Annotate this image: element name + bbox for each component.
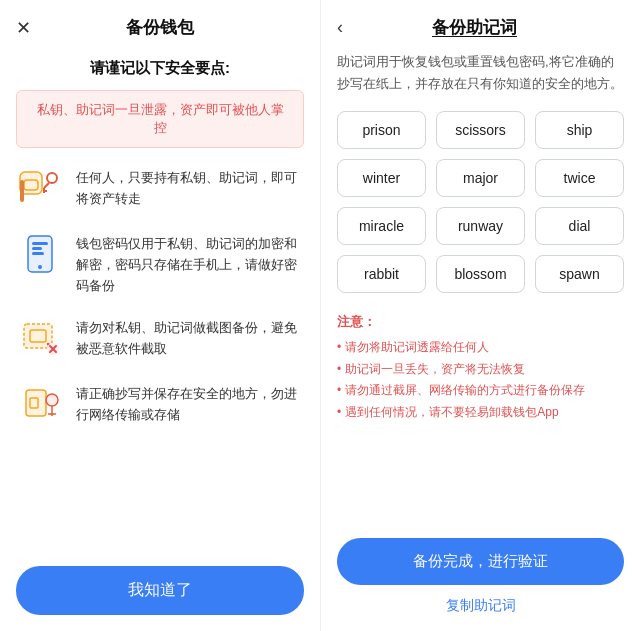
left-title: 备份钱包 — [126, 16, 194, 39]
mnemonic-word-2: scissors — [436, 111, 525, 149]
mnemonic-word-1: prison — [337, 111, 426, 149]
notes-item: 请勿通过截屏、网络传输的方式进行备份保存 — [337, 380, 624, 402]
left-subtitle: 请谨记以下安全要点: — [0, 51, 320, 90]
mnemonic-word-3: ship — [535, 111, 624, 149]
acknowledge-button[interactable]: 我知道了 — [16, 566, 304, 615]
right-header: ‹ 备份助记词 — [321, 0, 640, 51]
notes-item: 请勿将助记词透露给任何人 — [337, 337, 624, 359]
mnemonic-word-10: rabbit — [337, 255, 426, 293]
mnemonic-word-8: runway — [436, 207, 525, 245]
svg-rect-9 — [32, 247, 42, 250]
security-item-phone: 钱包密码仅用于私钥、助记词的加密和解密，密码只存储在手机上，请做好密码备份 — [16, 230, 304, 296]
svg-line-4 — [44, 183, 49, 188]
copy-link[interactable]: 复制助记词 — [337, 597, 624, 623]
svg-point-20 — [46, 394, 58, 406]
notes-title: 注意： — [337, 313, 624, 331]
verify-button[interactable]: 备份完成，进行验证 — [337, 538, 624, 585]
svg-rect-18 — [26, 390, 46, 416]
right-title: 备份助记词 — [351, 16, 598, 39]
svg-rect-8 — [32, 242, 48, 245]
mnemonic-word-9: dial — [535, 207, 624, 245]
mnemonic-word-7: miracle — [337, 207, 426, 245]
warning-banner: 私钥、助记词一旦泄露，资产即可被他人掌控 — [16, 90, 304, 148]
close-button[interactable]: ✕ — [16, 17, 31, 39]
security-item-key: 任何人，只要持有私钥、助记词，即可将资产转走 — [16, 164, 304, 212]
mnemonic-word-12: spawn — [535, 255, 624, 293]
right-description: 助记词用于恢复钱包或重置钱包密码,将它准确的抄写在纸上，并存放在只有你知道的安全… — [321, 51, 640, 111]
left-panel: ✕ 备份钱包 请谨记以下安全要点: 私钥、助记词一旦泄露，资产即可被他人掌控 任… — [0, 0, 320, 631]
right-footer: 备份完成，进行验证 复制助记词 — [321, 526, 640, 631]
screenshot-icon — [16, 314, 64, 362]
safe-icon — [16, 380, 64, 428]
security-text-screenshot: 请勿对私钥、助记词做截图备份，避免被恶意软件截取 — [76, 314, 304, 360]
notes-section: 注意： 请勿将助记词透露给任何人助记词一旦丢失，资产将无法恢复请勿通过截屏、网络… — [321, 309, 640, 435]
security-text-key: 任何人，只要持有私钥、助记词，即可将资产转走 — [76, 164, 304, 210]
notes-item: 遇到任何情况，请不要轻易卸载钱包App — [337, 402, 624, 424]
left-header: ✕ 备份钱包 — [0, 0, 320, 51]
svg-rect-10 — [32, 252, 44, 255]
security-text-phone: 钱包密码仅用于私钥、助记词的加密和解密，密码只存储在手机上，请做好密码备份 — [76, 230, 304, 296]
phone-icon — [16, 230, 64, 278]
security-item-safe: 请正确抄写并保存在安全的地方，勿进行网络传输或存储 — [16, 380, 304, 428]
notes-item: 助记词一旦丢失，资产将无法恢复 — [337, 359, 624, 381]
key-icon — [16, 164, 64, 212]
security-item-screenshot: 请勿对私钥、助记词做截图备份，避免被恶意软件截取 — [16, 314, 304, 362]
right-panel: ‹ 备份助记词 助记词用于恢复钱包或重置钱包密码,将它准确的抄写在纸上，并存放在… — [320, 0, 640, 631]
mnemonic-word-5: major — [436, 159, 525, 197]
mnemonic-word-6: twice — [535, 159, 624, 197]
security-text-safe: 请正确抄写并保存在安全的地方，勿进行网络传输或存储 — [76, 380, 304, 426]
mnemonic-word-11: blossom — [436, 255, 525, 293]
svg-rect-2 — [20, 180, 24, 202]
mnemonic-word-4: winter — [337, 159, 426, 197]
svg-point-11 — [38, 265, 42, 269]
svg-point-3 — [47, 173, 57, 183]
left-content: 任何人，只要持有私钥、助记词，即可将资产转走 钱包密码仅用于私钥、助记词的加密和… — [0, 164, 320, 550]
left-footer: 我知道了 — [0, 550, 320, 631]
back-button[interactable]: ‹ — [337, 17, 343, 38]
mnemonic-grid: prisonscissorsshipwintermajortwicemiracl… — [321, 111, 640, 309]
